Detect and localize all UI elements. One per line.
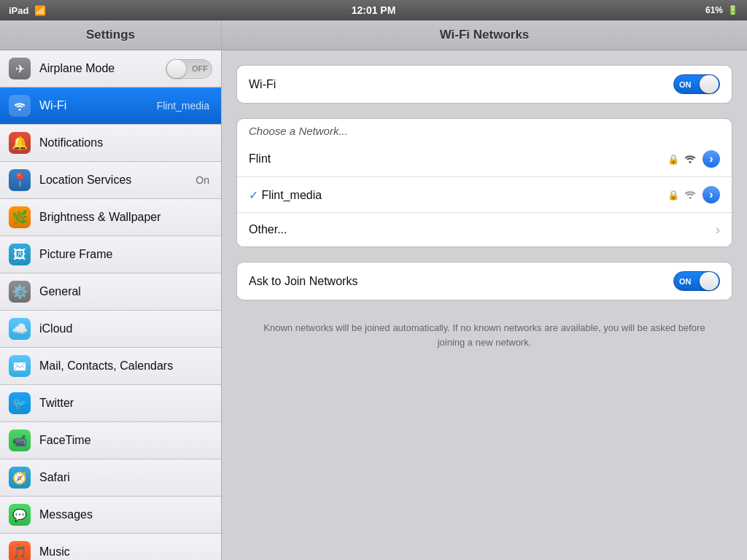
notifications-label: Notifications	[39, 136, 212, 149]
general-label: General	[39, 285, 212, 298]
sidebar-header: Settings	[0, 20, 221, 50]
location-services-value: On	[196, 174, 209, 186]
flint-media-detail-button[interactable]	[703, 186, 720, 203]
battery-icon: 🔋	[727, 5, 738, 15]
wifi-value: Flint_media	[157, 100, 209, 112]
choose-network-label: Choose a Network...	[237, 119, 732, 141]
facetime-icon: 📹	[9, 429, 31, 451]
location-services-icon: 📍	[9, 169, 31, 191]
status-right: 61% 🔋	[705, 5, 738, 15]
wifi-toggle-label: ON	[679, 80, 692, 89]
notifications-icon: 🔔	[9, 132, 31, 154]
content-header: Wi-Fi Networks	[222, 20, 747, 50]
svg-point-1	[689, 160, 692, 163]
sidebar-title: Settings	[86, 28, 135, 42]
ask-to-join-row[interactable]: Ask to Join Networks ON	[237, 262, 732, 300]
sidebar-item-general[interactable]: ⚙️ General	[0, 273, 221, 311]
toggle-knob	[167, 60, 186, 78]
status-left: iPad 📶	[9, 5, 46, 16]
wifi-signal-flint	[684, 153, 697, 166]
twitter-label: Twitter	[39, 397, 212, 410]
sidebar-item-location-services[interactable]: 📍 Location Services On	[0, 162, 221, 199]
flint-network-icons: 🔒	[667, 153, 697, 166]
info-text: Known networks will be joined automatica…	[236, 315, 732, 355]
device-label: iPad	[9, 5, 28, 16]
messages-icon: 💬	[9, 504, 31, 526]
flint-media-network-label: Flint_media	[249, 188, 667, 202]
wifi-label: Wi-Fi	[39, 99, 157, 112]
lock-icon-flint-media: 🔒	[667, 190, 679, 201]
svg-point-2	[689, 196, 692, 198]
location-services-label: Location Services	[39, 174, 196, 187]
network-row-flint-media[interactable]: Flint_media 🔒	[237, 177, 732, 213]
other-chevron-icon: ›	[716, 222, 720, 238]
flint-media-network-icons: 🔒	[667, 189, 697, 201]
brightness-icon: 🌿	[9, 206, 31, 228]
flint-network-label: Flint	[249, 152, 667, 166]
ask-to-join-label: Ask to Join Networks	[249, 275, 673, 288]
ask-to-join-toggle-knob	[700, 272, 719, 290]
ask-to-join-toggle-label: ON	[679, 277, 692, 286]
wifi-row-label: Wi-Fi	[249, 78, 673, 91]
ask-to-join-group: Ask to Join Networks ON	[236, 262, 732, 300]
picture-frame-label: Picture Frame	[39, 248, 212, 261]
wifi-toggle-knob	[700, 75, 719, 93]
twitter-icon: 🐦	[9, 392, 31, 414]
general-icon: ⚙️	[9, 281, 31, 303]
safari-icon: 🧭	[9, 467, 31, 489]
wifi-icon	[9, 95, 31, 117]
airplane-mode-toggle[interactable]: OFF	[166, 59, 212, 79]
sidebar-item-twitter[interactable]: 🐦 Twitter	[0, 385, 221, 422]
sidebar-item-notifications[interactable]: 🔔 Notifications	[0, 125, 221, 162]
icloud-icon: ☁️	[9, 318, 31, 340]
other-network-label: Other...	[249, 223, 713, 236]
sidebar-item-mail[interactable]: ✉️ Mail, Contacts, Calendars	[0, 348, 221, 385]
mail-label: Mail, Contacts, Calendars	[39, 359, 212, 373]
sidebar-item-music[interactable]: 🎵 Music	[0, 534, 221, 560]
lock-icon-flint: 🔒	[667, 154, 679, 165]
wifi-toggle-group: Wi-Fi ON	[236, 65, 732, 104]
sidebar-item-picture-frame[interactable]: 🖼 Picture Frame	[0, 236, 221, 273]
wifi-signal-flint-media	[684, 189, 697, 201]
network-row-flint[interactable]: Flint 🔒	[237, 141, 732, 177]
content-title: Wi-Fi Networks	[440, 28, 530, 42]
toggle-off-label: OFF	[192, 64, 208, 73]
picture-frame-icon: 🖼	[9, 244, 31, 265]
sidebar-item-wifi[interactable]: Wi-Fi Flint_media	[0, 88, 221, 125]
svg-point-0	[19, 109, 21, 111]
sidebar-item-messages[interactable]: 💬 Messages	[0, 497, 221, 534]
network-list-group: Choose a Network... Flint 🔒	[236, 118, 732, 247]
music-icon: 🎵	[9, 541, 31, 560]
flint-detail-button[interactable]	[703, 150, 720, 168]
wifi-toggle[interactable]: ON	[673, 74, 720, 94]
wifi-row[interactable]: Wi-Fi ON	[237, 66, 732, 103]
music-label: Music	[39, 545, 212, 559]
brightness-label: Brightness & Wallpaper	[39, 211, 212, 224]
sidebar-item-airplane-mode[interactable]: ✈ Airplane Mode OFF	[0, 50, 221, 88]
status-time: 12:01 PM	[352, 4, 396, 16]
content-body: Wi-Fi ON Choose a Network... Flint 🔒	[222, 50, 747, 370]
sidebar-item-icloud[interactable]: ☁️ iCloud	[0, 311, 221, 348]
main-layout: Settings ✈ Airplane Mode OFF Wi-Fi Flint…	[0, 20, 747, 560]
messages-label: Messages	[39, 508, 212, 521]
airplane-mode-label: Airplane Mode	[39, 62, 166, 75]
facetime-label: FaceTime	[39, 434, 212, 447]
airplane-mode-icon: ✈	[9, 58, 31, 79]
sidebar-item-safari[interactable]: 🧭 Safari	[0, 459, 221, 497]
safari-label: Safari	[39, 471, 212, 484]
sidebar: Settings ✈ Airplane Mode OFF Wi-Fi Flint…	[0, 20, 222, 560]
icloud-label: iCloud	[39, 322, 212, 335]
sidebar-item-facetime[interactable]: 📹 FaceTime	[0, 422, 221, 459]
sidebar-item-brightness-wallpaper[interactable]: 🌿 Brightness & Wallpaper	[0, 199, 221, 236]
mail-icon: ✉️	[9, 355, 31, 377]
content-area: Wi-Fi Networks Wi-Fi ON Choose a Network…	[222, 20, 747, 560]
battery-label: 61%	[705, 5, 723, 15]
network-row-other[interactable]: Other... ›	[237, 213, 732, 246]
status-bar: iPad 📶 12:01 PM 61% 🔋	[0, 0, 747, 20]
wifi-icon: 📶	[34, 5, 46, 16]
ask-to-join-toggle[interactable]: ON	[673, 271, 720, 291]
